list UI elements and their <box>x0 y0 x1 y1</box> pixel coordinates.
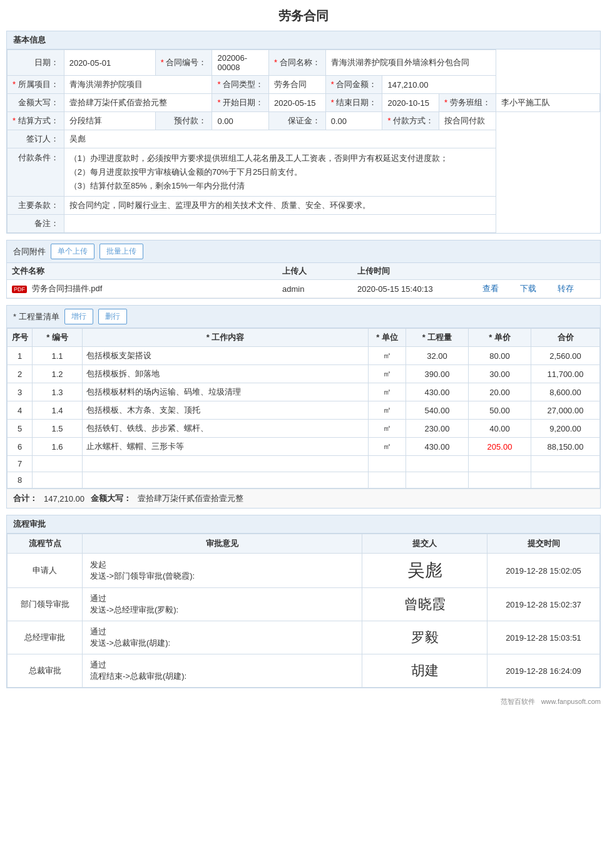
date-value: 2020-05-01 <box>64 50 155 76</box>
info-row-2: 所属项目： 青海洪湖养护院项目 合同类型： 劳务合同 合同金额： 147,210… <box>8 76 600 94</box>
amount-capital-label: 金额大写： <box>8 94 64 112</box>
row-code: 1.6 <box>33 438 83 456</box>
row-code: 1.2 <box>33 365 83 383</box>
contract-type-value: 劳务合同 <box>269 76 326 94</box>
flow-signature: 胡建 <box>362 654 487 688</box>
work-table-row: 5 1.5 包括铁钉、铁线、步步紧、螺杆、 ㎡ 230.00 40.00 9,2… <box>8 420 600 438</box>
row-total: 88,150.00 <box>531 438 600 456</box>
delete-row-button[interactable]: 删行 <box>98 309 127 324</box>
row-unit-price: 205.00 <box>469 438 531 456</box>
remarks-value <box>64 215 496 233</box>
row-unit: ㎡ <box>369 383 406 401</box>
add-row-button[interactable]: 增行 <box>64 309 93 324</box>
flow-opinion: 通过流程结束->总裁审批(胡建): <box>83 654 362 688</box>
row-work <box>83 456 369 472</box>
row-unit: ㎡ <box>369 420 406 438</box>
flow-node: 申请人 <box>8 554 83 588</box>
pdf-icon: PDF <box>12 286 27 293</box>
flow-col-submitter: 提交人 <box>362 534 487 554</box>
row-total: 9,200.00 <box>531 420 600 438</box>
file-name: PDF 劳务合同扫描件.pdf <box>12 283 282 294</box>
work-list-header: * 工程量清单 增行 删行 <box>7 306 600 328</box>
payment-terms-label: 付款条件： <box>8 148 64 197</box>
start-date-label: 开始日期： <box>212 94 269 112</box>
flow-table-row: 申请人 发起发送->部门领导审批(曾晓霞): 吴彪 2019-12-28 15:… <box>8 554 600 588</box>
row-unit: ㎡ <box>369 438 406 456</box>
flow-table-header: 流程节点 审批意见 提交人 提交时间 <box>8 534 600 554</box>
save-link[interactable]: 转存 <box>558 283 595 294</box>
attachment-header: 合同附件 单个上传 批量上传 <box>7 240 600 263</box>
file-upload-time: 2020-05-15 15:40:13 <box>357 284 482 294</box>
flow-time: 2019-12-28 15:02:37 <box>487 588 600 621</box>
row-total: 27,000.00 <box>531 401 600 420</box>
footer-total-value: 147,210.00 <box>44 494 84 504</box>
row-code <box>33 472 83 488</box>
flow-table-body: 申请人 发起发送->部门领导审批(曾晓霞): 吴彪 2019-12-28 15:… <box>8 554 600 688</box>
row-unit-price: 30.00 <box>469 365 531 383</box>
row-unit-price: 20.00 <box>469 383 531 401</box>
work-table-row: 8 <box>8 472 600 488</box>
settlement-value: 分段结算 <box>64 112 155 130</box>
project-value: 青海洪湖养护院项目 <box>64 76 212 94</box>
payment-method-label: 付款方式： <box>382 112 439 130</box>
footer-capital-value: 壹拾肆万柒仟贰佰壹拾壹元整 <box>138 493 243 504</box>
batch-upload-button[interactable]: 批量上传 <box>99 244 143 259</box>
work-table-row: 4 1.4 包括模板、木方条、支架、顶托 ㎡ 540.00 50.00 27,0… <box>8 401 600 420</box>
flow-node: 总经理审批 <box>8 621 83 654</box>
view-link[interactable]: 查看 <box>482 283 520 294</box>
col-action1 <box>482 266 520 277</box>
col-unit: * 单位 <box>369 329 406 347</box>
single-upload-button[interactable]: 单个上传 <box>51 244 94 259</box>
row-unit <box>369 472 406 488</box>
flow-col-time: 提交时间 <box>487 534 600 554</box>
attachment-section: 合同附件 单个上传 批量上传 文件名称 上传人 上传时间 PDF 劳务合同扫描件… <box>6 240 601 299</box>
flow-opinion: 通过发送->总经理审批(罗毅): <box>83 588 362 621</box>
col-filename: 文件名称 <box>12 266 282 277</box>
flow-opinion: 发起发送->部门领导审批(曾晓霞): <box>83 554 362 588</box>
work-table-wrapper[interactable]: 序号 * 编号 * 工作内容 * 单位 * 工程量 * 单价 合价 1 1.1 … <box>7 328 600 488</box>
attachment-label: 合同附件 <box>13 246 46 257</box>
info-row-4: 结算方式： 分段结算 预付款： 0.00 保证金： 0.00 付款方式： 按合同… <box>8 112 600 130</box>
flow-table-row: 总经理审批 通过发送->总裁审批(胡建): 罗毅 2019-12-28 15:0… <box>8 621 600 654</box>
row-total: 8,600.00 <box>531 383 600 401</box>
row-no: 2 <box>8 365 33 383</box>
col-action2 <box>520 266 558 277</box>
flow-table: 流程节点 审批意见 提交人 提交时间 申请人 发起发送->部门领导审批(曾晓霞)… <box>7 534 600 688</box>
work-table: 序号 * 编号 * 工作内容 * 单位 * 工程量 * 单价 合价 1 1.1 … <box>7 328 600 488</box>
flow-time: 2019-12-28 15:03:51 <box>487 621 600 654</box>
row-quantity: 390.00 <box>406 365 469 383</box>
attachment-file-row: PDF 劳务合同扫描件.pdf admin 2020-05-15 15:40:1… <box>7 280 600 298</box>
col-work: * 工作内容 <box>83 329 369 347</box>
row-work: 包括模板支架搭设 <box>83 347 369 365</box>
row-unit: ㎡ <box>369 347 406 365</box>
row-no: 5 <box>8 420 33 438</box>
col-no: 序号 <box>8 329 33 347</box>
row-quantity: 230.00 <box>406 420 469 438</box>
footer-capital-label: 金额大写： <box>91 493 131 504</box>
date-label: 日期： <box>8 50 64 76</box>
row-no: 6 <box>8 438 33 456</box>
col-action3 <box>558 266 595 277</box>
main-terms-value: 按合同约定，同时履行业主、监理及甲方的相关技术文件、质量、安全、环保要求。 <box>64 197 496 215</box>
info-row-3: 金额大写： 壹拾肆万柒仟贰佰壹拾元整 开始日期： 2020-05-15 结束日期… <box>8 94 600 112</box>
contract-name-value: 青海洪湖养护院项目外墙涂料分包合同 <box>325 50 496 76</box>
work-table-header-row: 序号 * 编号 * 工作内容 * 单位 * 工程量 * 单价 合价 <box>8 329 600 347</box>
brand-text: 范智百软件 <box>501 698 535 705</box>
contract-name-label: 合同名称： <box>269 50 326 76</box>
contract-amount-label: 合同金额： <box>325 76 382 94</box>
signer-label: 签订人： <box>8 130 64 148</box>
work-table-body: 1 1.1 包括模板支架搭设 ㎡ 32.00 80.00 2,560.00 2 … <box>8 347 600 488</box>
download-link[interactable]: 下载 <box>520 283 558 294</box>
row-work: 包括铁钉、铁线、步步紧、螺杆、 <box>83 420 369 438</box>
flow-col-node: 流程节点 <box>8 534 83 554</box>
basic-info-section: 基本信息 日期： 2020-05-01 合同编号： 202006-00008 合… <box>6 31 601 234</box>
signer-value: 吴彪 <box>64 130 496 148</box>
work-list-label: * 工程量清单 <box>13 311 59 323</box>
flow-signature: 罗毅 <box>362 621 487 654</box>
flow-signature: 吴彪 <box>362 554 487 588</box>
website-text: www.fanpusoft.com <box>541 698 601 705</box>
row-quantity: 32.00 <box>406 347 469 365</box>
amount-capital-value: 壹拾肆万柒仟贰佰壹拾元整 <box>64 94 212 112</box>
row-total <box>531 456 600 472</box>
row-work: 包括模板材料的场内运输、码堆、垃圾清理 <box>83 383 369 401</box>
